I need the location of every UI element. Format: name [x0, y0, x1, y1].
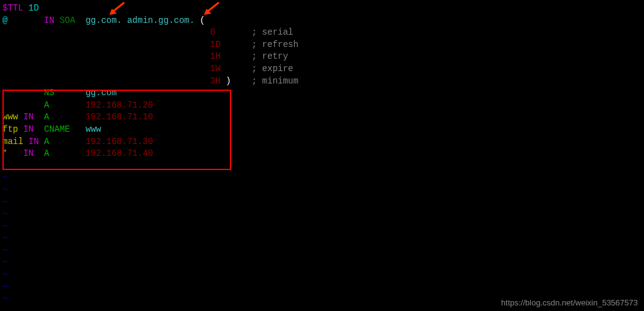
record-name: * — [2, 148, 7, 158]
tilde-line: ~ — [2, 184, 642, 197]
tilde-line: ~ — [2, 197, 642, 209]
soa-retry: 1H ; retry — [2, 51, 642, 63]
record-ftp: ftp IN CNAME www — [2, 124, 642, 136]
record-type: NS — [44, 88, 54, 98]
soa-minimum: 3H ) ; minimum — [2, 75, 642, 88]
soa-value: 1D — [210, 40, 221, 49]
in-keyword: IN — [28, 137, 39, 147]
tilde-line: ~ — [2, 245, 642, 257]
record-wildcard: * IN A 192.168.71.40 — [2, 148, 642, 160]
record-type: A — [44, 100, 49, 110]
primary-ns: gg.com. — [85, 15, 122, 25]
soa-serial: 0 ; serial — [2, 27, 642, 39]
tilde-line: ~ — [2, 221, 642, 233]
ttl-value: 1D — [28, 3, 39, 13]
record-value: www — [85, 124, 101, 134]
soa-expire: 1W ; expire — [2, 63, 642, 75]
in-keyword: IN — [23, 112, 34, 122]
soa-refresh: 1D ; refresh — [2, 39, 642, 51]
soa-comment: ; serial — [252, 27, 293, 37]
soa-comment: ; expire — [252, 64, 293, 74]
soa-comment: ; retry — [252, 51, 288, 61]
tilde-line: ~ — [2, 257, 642, 269]
admin-email: admin.gg.com. — [127, 15, 195, 25]
open-paren: ( — [200, 15, 205, 25]
ttl-directive: $TTL — [2, 3, 23, 13]
in-keyword: IN — [23, 124, 34, 134]
in-keyword: IN — [23, 148, 34, 158]
tilde-line: ~ — [2, 269, 642, 281]
record-www: www IN A 192.168.71.10 — [2, 111, 642, 124]
soa-value: 3H — [210, 76, 221, 86]
close-paren: ) — [226, 76, 231, 86]
record-value: 192.168.71.40 — [85, 148, 153, 158]
record-name: www — [2, 112, 18, 122]
soa-value: 0 — [210, 27, 215, 37]
in-keyword: IN — [44, 15, 54, 25]
record-value: gg.com — [85, 88, 116, 98]
record-type: CNAME — [44, 124, 70, 134]
record-a-root: A 192.168.71.20 — [2, 100, 642, 112]
soa-comment: ; refresh — [252, 40, 299, 49]
record-ns: NS gg.com — [2, 87, 642, 100]
tilde-line: ~ — [2, 208, 642, 221]
tilde-line: ~ — [2, 172, 642, 184]
record-value: 192.168.71.30 — [85, 137, 153, 147]
soa-keyword: SOA — [59, 15, 75, 25]
soa-line: @ IN SOA gg.com. admin.gg.com. ( — [2, 15, 642, 27]
tilde-line: ~ — [2, 281, 642, 294]
watermark: https://blog.csdn.net/weixin_53567573 — [501, 298, 638, 307]
soa-value: 1H — [210, 51, 221, 61]
ttl-line: $TTL 1D — [2, 2, 642, 15]
record-value: 192.168.71.10 — [85, 112, 153, 122]
origin-symbol: @ — [2, 15, 7, 25]
soa-comment: ; minimum — [252, 76, 299, 86]
record-mail: mail IN A 192.168.71.30 — [2, 136, 642, 148]
record-type: A — [44, 112, 49, 122]
record-type: A — [44, 148, 49, 158]
record-type: A — [44, 137, 49, 147]
tilde-line: ~ — [2, 232, 642, 245]
record-value: 192.168.71.20 — [85, 100, 153, 110]
record-name: ftp — [2, 124, 18, 134]
record-name: mail — [2, 137, 23, 147]
empty-line — [2, 160, 642, 173]
soa-value: 1W — [210, 64, 221, 74]
